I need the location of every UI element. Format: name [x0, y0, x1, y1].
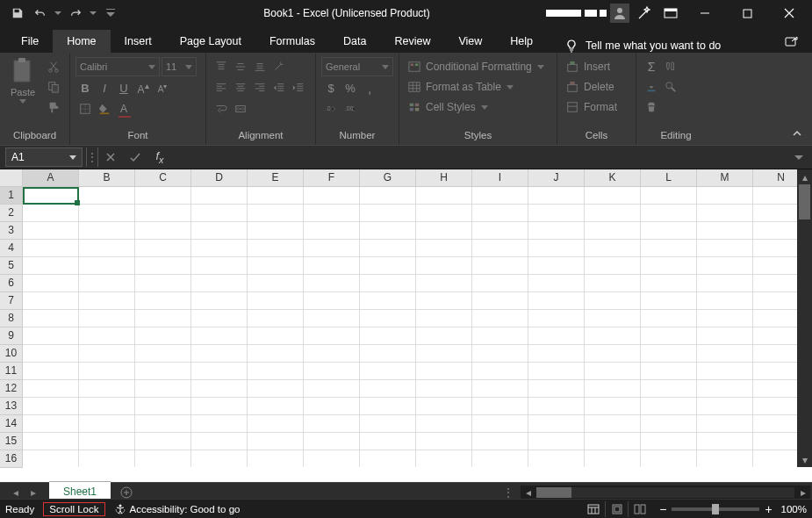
cell-L7[interactable]	[641, 292, 697, 310]
horizontal-scrollbar[interactable]: ◂ ▸	[521, 486, 810, 500]
cell-E3[interactable]	[248, 222, 304, 240]
column-header-M[interactable]: M	[697, 169, 753, 187]
cell-M5[interactable]	[697, 257, 753, 275]
cell-J9[interactable]	[528, 327, 585, 345]
cell-D1[interactable]	[191, 187, 248, 205]
cell-A6[interactable]	[23, 275, 79, 292]
cell-A16[interactable]	[23, 450, 79, 467]
cell-N12[interactable]	[753, 380, 797, 398]
redo-dropdown-icon[interactable]	[88, 3, 98, 24]
orientation-button[interactable]	[269, 57, 289, 76]
cell-H1[interactable]	[416, 187, 472, 205]
cell-B15[interactable]	[79, 433, 135, 450]
column-header-F[interactable]: F	[304, 169, 360, 187]
sort-filter-button[interactable]	[661, 57, 680, 76]
cell-B1[interactable]	[79, 187, 135, 205]
cell-G8[interactable]	[360, 310, 416, 327]
tab-page-layout[interactable]: Page Layout	[166, 30, 255, 53]
cell-M7[interactable]	[697, 292, 753, 310]
cell-L11[interactable]	[641, 363, 697, 380]
format-painter-button[interactable]	[44, 97, 63, 117]
cell-K8[interactable]	[585, 310, 641, 327]
tab-home[interactable]: Home	[53, 30, 110, 53]
cell-I4[interactable]	[472, 240, 528, 257]
cell-G3[interactable]	[360, 222, 416, 240]
cell-N14[interactable]	[753, 415, 797, 433]
fill-color-button[interactable]	[95, 99, 114, 119]
cell-F12[interactable]	[304, 380, 360, 398]
cell-A1[interactable]	[23, 187, 79, 205]
cell-G6[interactable]	[360, 275, 416, 292]
cell-I8[interactable]	[472, 310, 528, 327]
cell-A15[interactable]	[23, 433, 79, 450]
cell-I2[interactable]	[472, 205, 528, 222]
cell-K5[interactable]	[585, 257, 641, 275]
cell-H11[interactable]	[416, 363, 472, 380]
cell-H2[interactable]	[416, 205, 472, 222]
italic-button[interactable]: I	[95, 78, 114, 97]
font-color-button[interactable]: A	[114, 99, 133, 119]
comma-format-button[interactable]: ,	[360, 78, 379, 97]
row-header-12[interactable]: 12	[0, 380, 23, 398]
cell-K7[interactable]	[585, 292, 641, 310]
cell-M1[interactable]	[697, 187, 753, 205]
percent-format-button[interactable]: %	[341, 78, 360, 97]
cell-D8[interactable]	[191, 310, 248, 327]
cell-C6[interactable]	[135, 275, 191, 292]
cell-E2[interactable]	[248, 205, 304, 222]
cell-H13[interactable]	[416, 398, 472, 415]
cell-B7[interactable]	[79, 292, 135, 310]
cell-A3[interactable]	[23, 222, 79, 240]
cell-C2[interactable]	[135, 205, 191, 222]
cell-I14[interactable]	[472, 415, 528, 433]
cell-E13[interactable]	[248, 398, 304, 415]
cell-K12[interactable]	[585, 380, 641, 398]
cell-N2[interactable]	[753, 205, 797, 222]
cell-A11[interactable]	[23, 363, 79, 380]
font-name-select[interactable]: Calibri	[75, 57, 160, 76]
increase-indent-button[interactable]	[289, 78, 308, 97]
cell-styles-button[interactable]: Cell Styles	[405, 97, 551, 117]
hscroll-right-button[interactable]: ▸	[795, 486, 810, 499]
column-header-G[interactable]: G	[360, 169, 416, 187]
cell-M12[interactable]	[697, 380, 753, 398]
cell-L4[interactable]	[641, 240, 697, 257]
wrap-text-button[interactable]	[212, 99, 231, 119]
hscroll-left-button[interactable]: ◂	[521, 486, 535, 499]
tab-formulas[interactable]: Formulas	[255, 30, 329, 53]
increase-font-button[interactable]: A▴	[133, 78, 153, 97]
row-header-16[interactable]: 16	[0, 450, 23, 468]
tab-insert[interactable]: Insert	[111, 30, 166, 53]
cell-K15[interactable]	[585, 433, 641, 450]
cell-M9[interactable]	[697, 327, 753, 345]
cell-N8[interactable]	[753, 310, 797, 327]
vscroll-thumb[interactable]	[799, 184, 810, 219]
cell-F1[interactable]	[304, 187, 360, 205]
cell-C11[interactable]	[135, 363, 191, 380]
cell-F15[interactable]	[304, 433, 360, 450]
cell-F13[interactable]	[304, 398, 360, 415]
cell-D6[interactable]	[191, 275, 248, 292]
column-header-I[interactable]: I	[472, 169, 528, 187]
autosum-button[interactable]: Σ	[642, 57, 661, 76]
tab-file[interactable]: File	[7, 30, 53, 53]
cell-K6[interactable]	[585, 275, 641, 292]
accessibility-status[interactable]: Accessibility: Good to go	[114, 503, 241, 515]
cell-M16[interactable]	[697, 450, 753, 467]
cell-K9[interactable]	[585, 327, 641, 345]
column-header-A[interactable]: A	[23, 169, 79, 187]
cell-M8[interactable]	[697, 310, 753, 327]
row-header-9[interactable]: 9	[0, 327, 23, 345]
cell-D5[interactable]	[191, 257, 248, 275]
cell-I6[interactable]	[472, 275, 528, 292]
cell-I10[interactable]	[472, 345, 528, 363]
row-header-5[interactable]: 5	[0, 257, 23, 275]
wand-icon[interactable]	[633, 2, 656, 25]
cell-M15[interactable]	[697, 433, 753, 450]
cell-L5[interactable]	[641, 257, 697, 275]
cell-B5[interactable]	[79, 257, 135, 275]
conditional-formatting-button[interactable]: Conditional Formatting	[405, 57, 551, 76]
cell-L6[interactable]	[641, 275, 697, 292]
cell-B12[interactable]	[79, 380, 135, 398]
row-header-15[interactable]: 15	[0, 433, 23, 450]
